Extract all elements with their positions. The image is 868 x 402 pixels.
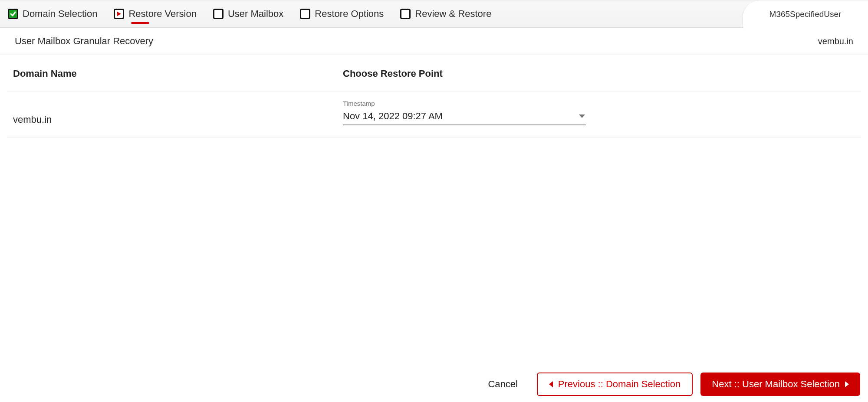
step-label: Restore Version	[128, 8, 197, 20]
square-icon	[213, 9, 224, 19]
timestamp-field: Timestamp Nov 14, 2022 09:27 AM	[343, 100, 586, 125]
page-subheader: User Mailbox Granular Recovery vembu.in	[0, 28, 868, 55]
square-icon	[300, 9, 310, 19]
step-label: Domain Selection	[23, 8, 97, 20]
col-header-domain: Domain Name	[13, 68, 343, 79]
wizard-stepbar: Domain Selection Restore Version User Ma…	[0, 0, 868, 28]
content-area: Domain Name Choose Restore Point vembu.i…	[0, 55, 868, 138]
next-button[interactable]: Next :: User Mailbox Selection	[700, 373, 860, 396]
timestamp-value: Nov 14, 2022 09:27 AM	[343, 111, 443, 122]
wizard-steps: Domain Selection Restore Version User Ma…	[8, 8, 491, 20]
previous-button[interactable]: Previous :: Domain Selection	[537, 373, 693, 396]
table-row: vembu.in Timestamp Nov 14, 2022 09:27 AM	[7, 92, 861, 138]
step-restore-version[interactable]: Restore Version	[114, 8, 197, 20]
chevron-down-icon	[579, 114, 585, 118]
table-header-row: Domain Name Choose Restore Point	[7, 55, 861, 92]
square-icon	[400, 9, 411, 19]
col-header-restore: Choose Restore Point	[343, 68, 855, 79]
step-user-mailbox[interactable]: User Mailbox	[213, 8, 283, 20]
cancel-label: Cancel	[488, 379, 517, 390]
page-title: User Mailbox Granular Recovery	[15, 36, 153, 47]
step-review-restore[interactable]: Review & Restore	[400, 8, 491, 20]
wizard-footer: Cancel Previous :: Domain Selection Next…	[477, 373, 860, 396]
caret-left-icon	[549, 381, 553, 387]
user-chip-label: M365SpecifiedUser	[769, 10, 842, 19]
domain-indicator: vembu.in	[818, 36, 853, 46]
cell-domain-name: vembu.in	[13, 103, 343, 125]
caret-right-icon	[845, 381, 849, 387]
cancel-button[interactable]: Cancel	[477, 373, 529, 396]
step-label: User Mailbox	[228, 8, 283, 20]
timestamp-label: Timestamp	[343, 100, 586, 107]
check-icon	[8, 9, 18, 19]
step-domain-selection[interactable]: Domain Selection	[8, 8, 97, 20]
step-label: Restore Options	[315, 8, 384, 20]
timestamp-dropdown[interactable]: Nov 14, 2022 09:27 AM	[343, 109, 586, 125]
svg-marker-0	[117, 12, 121, 16]
play-icon	[114, 9, 124, 19]
step-restore-options[interactable]: Restore Options	[300, 8, 384, 20]
cell-restore-point: Timestamp Nov 14, 2022 09:27 AM	[343, 100, 855, 125]
next-label: Next :: User Mailbox Selection	[712, 379, 840, 390]
user-chip: M365SpecifiedUser	[742, 0, 868, 28]
previous-label: Previous :: Domain Selection	[558, 379, 681, 390]
step-label: Review & Restore	[415, 8, 491, 20]
